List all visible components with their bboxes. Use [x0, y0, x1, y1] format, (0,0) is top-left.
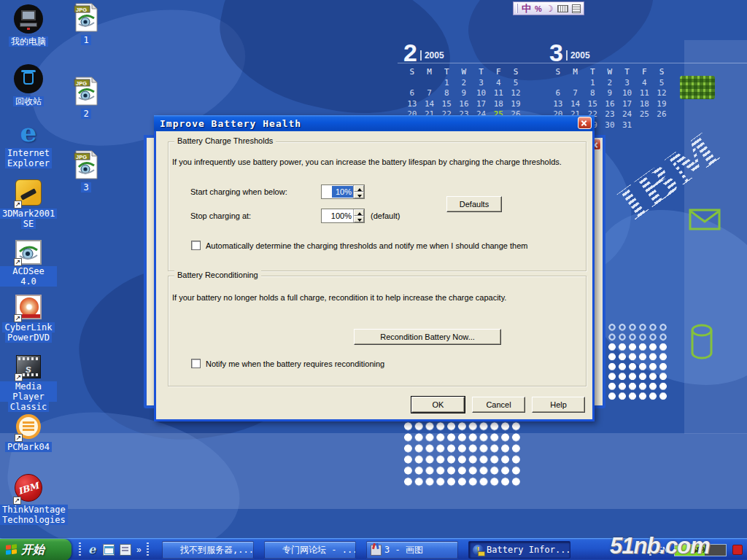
quick-launch-mail-icon[interactable]: [103, 544, 115, 556]
icon-label: 我的电脑: [9, 36, 48, 47]
recondition-battery-button[interactable]: Recondition Battery Now...: [354, 329, 501, 345]
taskbar-button[interactable]: Battery Infor...: [468, 541, 570, 559]
taskbar-button-label: Battery Infor...: [487, 545, 570, 555]
icon-label: 3DMark2001: [0, 209, 57, 219]
taskbar-button[interactable]: 3 - 画图: [366, 541, 458, 559]
taskbar-button-icon: [473, 545, 484, 556]
ok-button[interactable]: OK: [411, 397, 465, 413]
overflow-chevron-icon[interactable]: »: [136, 545, 142, 555]
calendar-day: 7: [421, 88, 438, 99]
desktop-file-jpg[interactable]: JPG 1: [67, 3, 105, 45]
grid-icon: [680, 76, 715, 99]
drag-handle-icon[interactable]: [79, 542, 81, 557]
language-indicator[interactable]: EN: [657, 545, 668, 554]
dialog-titlebar[interactable]: Improve Battery Health: [154, 115, 595, 131]
spin-up-icon[interactable]: [354, 185, 364, 192]
shortcut-arrow-icon: ↗: [15, 434, 23, 442]
weekday-label: F: [489, 67, 507, 78]
ime-punctuation-icon[interactable]: %: [535, 4, 542, 13]
desktop-file-jpg[interactable]: JPG 3: [67, 150, 105, 192]
dialog-title: Improve Battery Health: [154, 118, 301, 129]
taskbar-button-icon: [166, 545, 177, 556]
quick-launch: e »: [76, 539, 152, 560]
shortcut-arrow-icon: ↗: [14, 314, 22, 322]
jpg-file-icon: JPG: [74, 3, 98, 34]
drag-handle-icon[interactable]: [516, 4, 518, 13]
weekday-label: W: [455, 67, 473, 78]
calendar-day: 11: [489, 88, 507, 99]
stop-charging-spinner[interactable]: 100%: [321, 209, 365, 223]
ime-chinese-mode-icon[interactable]: 中: [522, 2, 531, 15]
calendar-day: 17: [473, 99, 490, 110]
close-icon[interactable]: [578, 117, 592, 129]
weekday-label: T: [438, 67, 455, 78]
file-label: 2: [81, 109, 90, 119]
weekday-label: T: [473, 67, 490, 78]
taskbar-button[interactable]: 专门网论坛 - ...: [264, 541, 356, 559]
icon-label: ACDSee 4.0: [0, 266, 57, 287]
desktop-icon-thinkvantage[interactable]: IBM↗ ThinkVantageTechnologies: [0, 474, 57, 525]
ime-language-bar[interactable]: 中 % ☽: [513, 1, 584, 15]
spin-down-icon[interactable]: [354, 216, 364, 222]
tray-red-icon[interactable]: [732, 545, 743, 555]
quick-launch-show-desktop-icon[interactable]: [120, 544, 131, 556]
desktop-icon-media-player-classic[interactable]: s↗ Media PlayerClassic: [0, 355, 57, 412]
notify-reconditioning-checkbox[interactable]: [191, 359, 201, 368]
jpg-file-icon: JPG: [74, 150, 98, 181]
calendar-day: 7: [567, 88, 584, 99]
battery-gauge[interactable]: 58%: [674, 544, 727, 556]
drag-handle-icon[interactable]: [649, 542, 651, 557]
cylinder-icon: [690, 324, 713, 362]
start-charging-value[interactable]: 10%: [332, 186, 353, 198]
drag-handle-icon[interactable]: [147, 542, 149, 557]
calendar-day: 6: [403, 88, 421, 99]
calendar-day: 11: [635, 88, 653, 99]
desktop-icon-my-computer[interactable]: 我的电脑: [0, 4, 57, 47]
desktop-icon-powerdvd[interactable]: ↗ CyberLinkPowerDVD: [0, 295, 57, 343]
calendar-day: 16: [601, 99, 619, 110]
calendar-day: 16: [455, 99, 473, 110]
taskbar-button-icon: [268, 545, 279, 556]
taskbar-button[interactable]: 找不到服务器,...: [162, 541, 254, 559]
calendar-day: 12: [507, 88, 525, 99]
date-row: 6789101112: [403, 88, 526, 98]
desktop-icon-recycle-bin[interactable]: 回收站: [0, 64, 57, 106]
calendar-day: 25: [635, 109, 653, 120]
shortcut-arrow-icon: ↗: [14, 258, 22, 266]
desktop-file-jpg[interactable]: JPG 2: [67, 77, 105, 119]
auto-determine-checkbox[interactable]: [191, 241, 201, 250]
svg-text:JPG: JPG: [76, 154, 87, 160]
icon-label2: Explorer: [5, 158, 52, 168]
ime-width-mode-icon[interactable]: ☽: [546, 4, 554, 14]
stop-charging-value[interactable]: 100%: [322, 209, 353, 222]
notify-reconditioning-label[interactable]: Notify me when the battery requires reco…: [206, 359, 585, 368]
ime-keyboard-icon[interactable]: [557, 5, 568, 12]
calendar-day: 4: [489, 78, 507, 89]
defaults-button[interactable]: Defaults: [446, 196, 502, 212]
calendar-day: 10: [473, 88, 490, 99]
icon-label2: SE: [21, 219, 36, 229]
envelope-icon: [689, 209, 721, 232]
desktop-icon-acdsee[interactable]: ↗ ACDSee 4.0: [0, 240, 57, 287]
start-button[interactable]: 开始: [0, 539, 71, 560]
spin-up-icon[interactable]: [354, 209, 364, 216]
calendar-day: 15: [584, 99, 601, 110]
ime-menu-icon[interactable]: [572, 4, 581, 13]
help-button[interactable]: Help: [532, 397, 585, 413]
month-year: 2005: [566, 50, 590, 61]
stop-charging-label: Stop charging at:: [190, 211, 251, 220]
desktop-icon-3dmark[interactable]: ↗ 3DMark2001SE: [0, 179, 57, 229]
desktop-icon-pcmark[interactable]: ↗ PCMark04: [0, 414, 57, 452]
auto-determine-label[interactable]: Automatically determine the charging thr…: [206, 241, 585, 250]
quick-launch-ie-icon[interactable]: e: [86, 544, 98, 556]
threshold-description: If you infrequently use battery power, y…: [172, 158, 585, 166]
weekday-row: SMTWTFS: [549, 66, 672, 77]
cancel-button[interactable]: Cancel: [472, 397, 525, 413]
calendar-day: 15: [438, 99, 455, 110]
icon-label2: Classic: [8, 402, 50, 412]
spin-down-icon[interactable]: [354, 192, 364, 198]
start-charging-spinner[interactable]: 10%: [321, 184, 365, 199]
calendar-day: 3: [473, 78, 490, 89]
desktop-icon-internet-explorer[interactable]: e InternetExplorer: [0, 119, 57, 168]
taskbar-button-icon: [371, 545, 382, 556]
